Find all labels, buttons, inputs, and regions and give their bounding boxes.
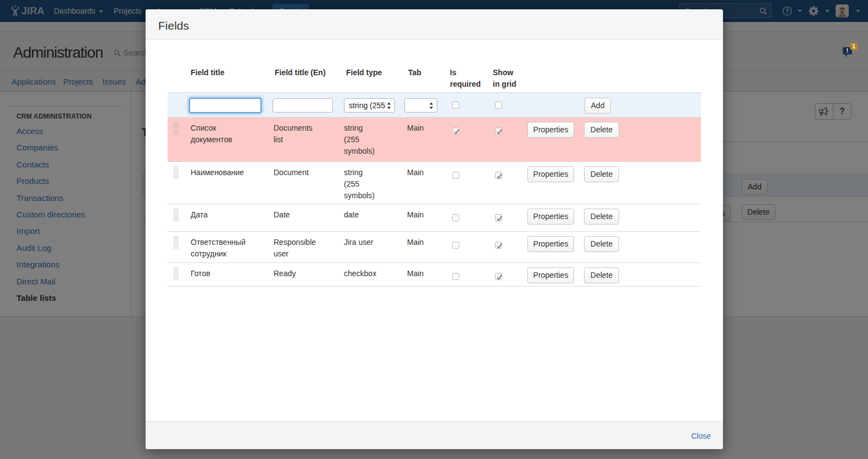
- fields-table: Field titleField title (En)Field typeTab…: [168, 67, 701, 287]
- fields-dialog: Fields Field titleField title (En)Field …: [146, 9, 723, 449]
- is-required-checkbox[interactable]: [452, 242, 459, 249]
- is-required-cell: [450, 232, 493, 262]
- col-show-in-grid-header: Show in grid: [493, 67, 526, 90]
- field-row-2: НаименованиеDocumentstring (255 symbols)…: [168, 162, 701, 204]
- field-title-en-input[interactable]: [272, 98, 333, 113]
- drag-handle[interactable]: [174, 267, 187, 280]
- dialog-header: Fields: [146, 9, 723, 40]
- tab-cell: Main: [405, 232, 450, 262]
- select-stepper-icon: [387, 102, 391, 109]
- svg-text:1: 1: [852, 43, 855, 49]
- show-in-grid-checkbox[interactable]: [495, 242, 502, 249]
- delete-button[interactable]: Delete: [584, 236, 619, 252]
- col-tab-header: Tab: [405, 67, 450, 90]
- delete-button[interactable]: Delete: [584, 122, 619, 138]
- field-title-cell: Готов: [187, 263, 271, 286]
- drag-handle[interactable]: [174, 122, 187, 135]
- svg-text:!: !: [847, 47, 849, 54]
- is-required-checkbox[interactable]: [452, 172, 459, 179]
- delete-button[interactable]: Delete: [584, 209, 619, 225]
- is-required-cell: [450, 117, 493, 161]
- show-in-grid-checkbox[interactable]: [495, 273, 502, 280]
- drag-handle-icon: [174, 209, 179, 221]
- show-in-grid-checkbox[interactable]: [495, 102, 502, 109]
- field-title-en-cell: Document: [271, 162, 343, 204]
- dialog-title: Fields: [158, 19, 189, 32]
- col-actions-header: [526, 67, 701, 90]
- is-required-checkbox[interactable]: [452, 127, 459, 135]
- field-type-cell: checkbox: [343, 263, 405, 286]
- show-in-grid-checkbox[interactable]: [495, 127, 502, 135]
- is-required-checkbox[interactable]: [452, 214, 459, 221]
- drag-handle-icon: [174, 122, 179, 135]
- drag-handle-icon: [174, 236, 179, 249]
- col-field-title-en-header: Field title (En): [271, 67, 343, 90]
- delete-button[interactable]: Delete: [584, 267, 619, 283]
- field-type-cell: date: [343, 204, 405, 231]
- field-type-select[interactable]: string (255: [344, 98, 395, 113]
- is-required-cell: [450, 204, 493, 231]
- drag-handle-icon: [174, 267, 179, 280]
- is-required-cell: [450, 263, 493, 286]
- field-row-5: ГотовReadycheckboxMainPropertiesDelete: [168, 263, 701, 287]
- field-title-cell: Дата: [187, 204, 271, 231]
- show-in-grid-cell: [493, 162, 526, 204]
- col-field-type-header: Field type: [343, 67, 405, 90]
- tab-cell: Main: [405, 263, 450, 286]
- close-link[interactable]: Close: [691, 432, 711, 440]
- field-title-cell: Список документов: [187, 117, 271, 161]
- is-required-checkbox[interactable]: [452, 102, 459, 109]
- tab-cell: Main: [405, 204, 450, 231]
- show-in-grid-cell: [493, 263, 526, 286]
- field-title-input[interactable]: [189, 98, 261, 113]
- tab-cell: Main: [405, 162, 450, 204]
- is-required-cell: [450, 162, 493, 204]
- new-field-row: string (255Add: [168, 93, 701, 117]
- field-title-en-cell: Date: [271, 204, 343, 231]
- tab-select[interactable]: [404, 98, 437, 113]
- show-in-grid-cell: [493, 232, 526, 262]
- select-stepper-icon: [429, 102, 433, 109]
- add-field-button[interactable]: Add: [585, 98, 611, 114]
- tab-cell: Main: [405, 117, 450, 161]
- fields-table-header: Field titleField title (En)Field typeTab…: [168, 67, 701, 90]
- properties-button[interactable]: Properties: [527, 209, 574, 225]
- show-in-grid-cell: [493, 204, 526, 231]
- is-required-checkbox[interactable]: [452, 273, 459, 280]
- field-type-cell: string (255 symbols): [343, 117, 405, 161]
- field-type-cell: Jira user: [343, 232, 405, 262]
- dialog-footer: Close: [146, 421, 723, 449]
- properties-button[interactable]: Properties: [527, 236, 574, 252]
- show-in-grid-cell: [493, 117, 526, 161]
- drag-handle[interactable]: [174, 209, 187, 221]
- field-row-4: Ответственный сотрудникResponsible userJ…: [168, 232, 701, 263]
- drag-handle-icon: [174, 166, 179, 179]
- field-title-cell: Наименование: [187, 162, 271, 204]
- field-title-cell: Ответственный сотрудник: [187, 232, 271, 262]
- field-row-1: Список документовDocuments liststring (2…: [168, 117, 701, 162]
- drag-handle[interactable]: [174, 166, 187, 179]
- delete-button[interactable]: Delete: [584, 166, 619, 182]
- field-row-3: ДатаDatedateMainPropertiesDelete: [168, 204, 701, 232]
- properties-button[interactable]: Properties: [527, 122, 574, 138]
- field-title-en-cell: Responsible user: [271, 232, 343, 262]
- show-in-grid-checkbox[interactable]: [495, 214, 502, 221]
- notification-bubble[interactable]: ! 1: [841, 43, 859, 61]
- field-type-cell: string (255 symbols): [343, 162, 405, 204]
- fields-table-body: string (255AddСписок документовDocuments…: [168, 92, 701, 287]
- properties-button[interactable]: Properties: [527, 166, 574, 182]
- show-in-grid-checkbox[interactable]: [495, 172, 502, 179]
- properties-button[interactable]: Properties: [527, 267, 574, 283]
- col-handle-header: [168, 67, 187, 90]
- field-title-en-cell: Ready: [271, 263, 343, 286]
- field-title-en-cell: Documents list: [271, 117, 343, 161]
- drag-handle[interactable]: [174, 236, 187, 249]
- col-field-title-header: Field title: [187, 67, 271, 90]
- col-is-required-header: Is required: [450, 67, 493, 90]
